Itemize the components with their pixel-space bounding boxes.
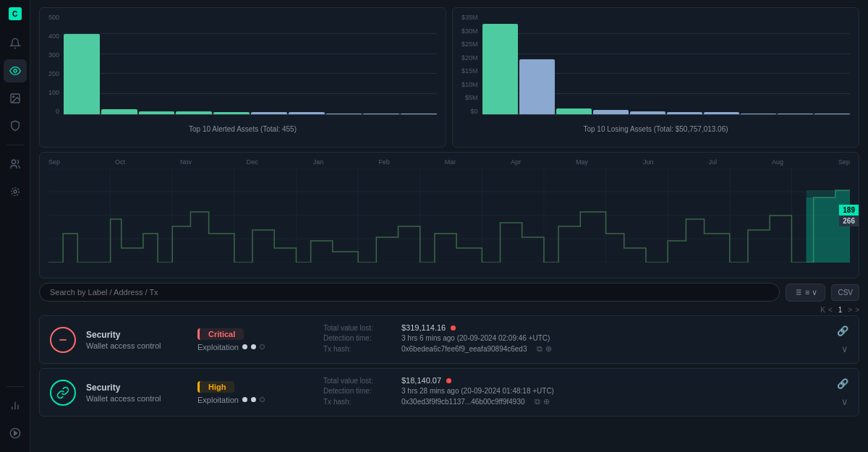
alert-category: Security [86,383,187,393]
bar-item [482,24,518,114]
bar-item [556,108,592,114]
dot-1 [242,344,247,349]
svg-point-3 [12,160,15,163]
bar-item [289,112,325,114]
alert-details: Total value lost: $319,114.16 Detection … [323,323,827,356]
sidebar-item-dot[interactable] [4,180,27,203]
svg-point-0 [14,69,17,72]
main-content: 500 400 300 200 100 0 [30,0,868,452]
alert-icon-critical [50,327,76,353]
bar-item [704,112,739,114]
sidebar-divider-1 [7,145,24,145]
timeline-months: Sep Oct Nov Dec Jan Feb Mar Apr May Jun … [48,158,850,166]
time-value: 3 hrs 6 mins ago (20-09-2024 02:09:46 +U… [401,334,550,342]
svg-point-5 [11,188,19,196]
external-link-icon[interactable]: ⊕ [543,397,550,406]
bar-item [213,112,250,114]
expand-icon[interactable]: ∨ [841,344,848,354]
left-chart-y-axis: 500 400 300 200 100 0 [48,14,64,115]
pagination-last[interactable]: > [855,306,859,314]
copy-icon[interactable]: ⧉ [535,397,540,406]
search-section: ≡ ∨ CSV [30,278,868,306]
bar-item [667,112,702,114]
detail-row-hash: Tx hash: 0x6bedea6c7fee6f9_eeafa90894c6e… [323,344,827,354]
sort-icon [793,288,802,297]
dot-2 [251,397,256,402]
svg-point-2 [12,96,14,98]
alerts-section: Security Wallet access control Critical … [30,315,868,452]
svg-point-4 [14,190,17,193]
bar-item [401,114,437,114]
dot-3 [260,397,265,402]
expand-icon[interactable]: ∨ [841,396,848,407]
alert-row: Security Wallet access control High Expl… [39,368,859,417]
pagination-prev[interactable]: < [828,306,833,314]
sidebar-item-play[interactable] [4,422,27,445]
exploit-label: Exploitation [197,396,239,404]
timeline-chart [48,169,850,263]
alert-actions: 🔗 ∨ [837,378,848,407]
sidebar-item-chart[interactable] [4,394,27,417]
time-value: 3 hrs 28 mins ago (20-09-2024 01:48:18 +… [401,387,554,395]
pagination-current: 1 [838,306,843,314]
hash-value: 0x6bedea6c7fee6f9_eeafa90894c6ed3 [401,345,527,353]
sidebar-item-image[interactable] [4,87,27,110]
left-chart-bars [64,14,437,115]
sort-button[interactable]: ≡ ∨ [786,283,825,302]
bar-item [363,114,399,114]
search-input[interactable] [39,283,780,302]
copy-icon[interactable]: ⧉ [537,344,542,354]
dot-2 [251,344,256,349]
alert-label-group: Security Wallet access control [86,330,187,350]
right-chart-bars [482,14,850,115]
share-link-icon[interactable]: 🔗 [837,378,848,389]
alert-row: Security Wallet access control Critical … [39,315,859,364]
alert-icon-high [50,380,76,406]
charts-row: 500 400 300 200 100 0 [30,0,868,152]
dot-1 [242,397,247,402]
severity-badge-high: High [197,381,234,393]
hash-icons: ⧉ ⊕ [535,397,550,406]
badge-top: 189 [839,205,859,216]
alert-details: Total value lost: $18,140.07 Detection t… [323,376,827,409]
sidebar-item-eye[interactable] [4,59,27,82]
alert-category: Security [86,330,187,340]
sidebar-item-shield[interactable] [4,114,27,137]
alert-label-group: Security Wallet access control [86,383,187,403]
detail-row-time: Detection time: 3 hrs 6 mins ago (20-09-… [323,334,827,342]
bar-item [176,111,212,114]
dot-3 [260,344,265,349]
detail-row-hash: Tx hash: 0x30ed3f9f9cb1137...46b00c9ff9f… [323,397,827,406]
detail-row-time: Detection time: 3 hrs 28 mins ago (20-09… [323,387,827,395]
pagination-first[interactable]: K [820,306,825,314]
exploit-line: Exploitation [197,343,313,351]
left-chart: 500 400 300 200 100 0 [39,7,446,148]
pagination-next[interactable]: > [848,306,852,314]
time-label: Detection time: [323,387,396,395]
sidebar-item-bell[interactable] [4,32,27,55]
value-label: Total value lost: [323,377,396,385]
bar-item [778,114,813,114]
csv-button[interactable]: CSV [831,284,859,301]
hash-label: Tx hash: [323,398,396,406]
bar-item [101,109,137,114]
severity-badge-critical: Critical [197,328,244,340]
bar-item [519,59,555,114]
pagination: K < 1 > > [30,306,868,315]
exploit-label: Exploitation [197,343,239,351]
sidebar-item-people[interactable] [4,153,27,176]
time-label: Detection time: [323,334,396,342]
value-amount: $18,140.07 [401,376,451,385]
hash-label: Tx hash: [323,345,396,353]
sidebar-divider-2 [7,386,24,387]
bar-item [741,114,776,114]
share-link-icon[interactable]: 🔗 [837,325,848,336]
external-link-icon[interactable]: ⊕ [545,344,552,354]
value-amount: $319,114.16 [401,323,456,332]
badge-bottom: 266 [839,216,859,226]
minus-icon [57,334,69,346]
bar-item [326,114,362,114]
left-chart-title: Top 10 Alerted Assets (Total: 455) [48,125,437,133]
detail-row-value: Total value lost: $18,140.07 [323,376,827,385]
bar-item [64,34,100,114]
